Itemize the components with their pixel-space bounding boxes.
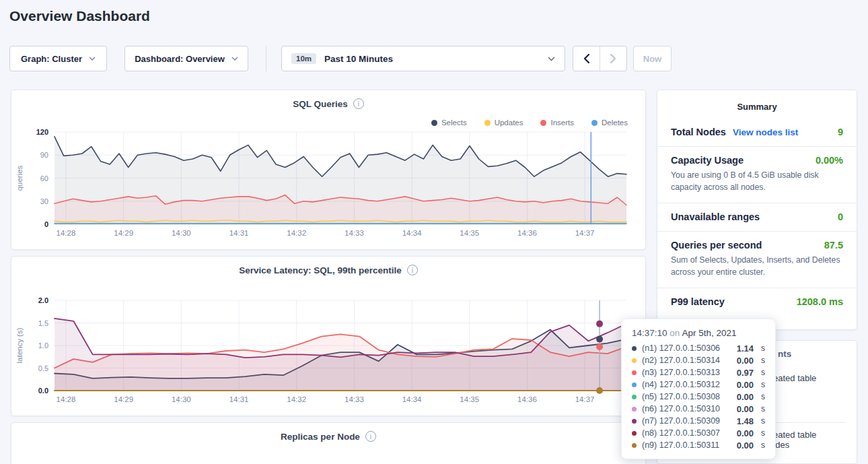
node-latency-unit: s [761, 416, 765, 426]
x-tick-label: 14:34 [402, 229, 422, 237]
node-address: (n1) 127.0.0.1:50306 [642, 343, 731, 353]
summary-row-capacity-usage: Capacity Usage 0.00% You are using 0 B o… [657, 147, 857, 203]
y-tick-label: 30 [40, 197, 48, 205]
qps-description: Sum of Selects, Updates, Inserts, and De… [671, 254, 843, 279]
x-tick-label: 14:28 [57, 229, 76, 237]
chevron-right-icon [610, 54, 616, 63]
replicas-title-row: Replicas per Node [11, 431, 645, 442]
node-color-dot [632, 431, 637, 436]
node-address: (n6) 127.0.0.1:50310 [642, 404, 731, 413]
node-address: (n7) 127.0.0.1:50309 [642, 416, 731, 426]
x-tick-label: 14:30 [172, 395, 191, 403]
graph-dropdown-label: Graph: Cluster [21, 54, 82, 64]
total-nodes-value: 9 [838, 127, 843, 137]
x-tick-label: 14:35 [460, 395, 479, 403]
summary-title: Summary [657, 90, 857, 119]
y-tick-label: 60 [40, 174, 48, 183]
event-text-fragment: eated table [773, 373, 816, 383]
node-latency-unit: s [761, 428, 765, 438]
now-button[interactable]: Now [633, 46, 672, 71]
node-color-dot [632, 407, 637, 411]
node-latency-value: 0.97 [737, 368, 754, 378]
tooltip-node-row: (n6) 127.0.0.1:503100.00s [632, 403, 765, 415]
x-tick-label: 14:37 [575, 229, 595, 237]
x-tick-label: 14:32 [287, 395, 306, 403]
node-latency-value: 0.00 [737, 392, 754, 402]
node-latency-unit: s [761, 392, 765, 401]
tooltip-node-row: (n1) 127.0.0.1:503061.14s [632, 342, 765, 354]
replicas-per-node-card: Replicas per Node [11, 422, 646, 464]
total-nodes-label: Total Nodes [671, 127, 726, 137]
node-address: (n2) 127.0.0.1:50314 [642, 356, 731, 365]
tooltip-node-row: (n3) 127.0.0.1:503130.97s [632, 366, 765, 378]
time-step-back-button[interactable] [573, 46, 600, 71]
tooltip-node-row: (n7) 127.0.0.1:503091.48s [632, 415, 765, 427]
time-step-forward-button[interactable] [600, 46, 626, 71]
info-icon[interactable] [365, 431, 376, 442]
time-step-button-group [573, 46, 627, 71]
capacity-usage-label: Capacity Usage [671, 155, 744, 166]
summary-panel: Summary Total Nodes View nodes list 9 Ca… [657, 90, 857, 330]
graph-dropdown[interactable]: Graph: Cluster [9, 46, 107, 71]
node-address: (n5) 127.0.0.1:50308 [642, 392, 731, 401]
node-latency-unit: s [761, 440, 765, 450]
hover-point [596, 336, 603, 343]
tooltip-timestamp: 14:37:10 on Apr 5th, 2021 [632, 328, 765, 338]
event-text-fragment: eated table [773, 430, 816, 440]
x-tick-label: 14:36 [517, 395, 537, 403]
view-nodes-list-link[interactable]: View nodes list [733, 127, 798, 137]
x-tick-label: 14:34 [402, 395, 422, 403]
page-title: Overview Dashboard [9, 8, 150, 24]
y-tick-label: 1.0 [38, 341, 48, 350]
y-tick-label: 0 [44, 220, 48, 228]
hover-point [596, 343, 603, 350]
x-tick-label: 14:29 [114, 395, 133, 403]
y-tick-label: 2.0 [38, 296, 48, 304]
chevron-down-icon [89, 57, 96, 61]
chevron-left-icon [583, 54, 589, 63]
tooltip-on: on [670, 328, 680, 338]
node-color-dot [632, 358, 637, 363]
x-tick-label: 14:32 [287, 229, 306, 237]
y-tick-label: 0.5 [38, 364, 48, 372]
x-tick-label: 14:31 [229, 229, 249, 237]
time-range-label: Past 10 Minutes [324, 54, 540, 64]
node-color-dot [632, 370, 637, 375]
node-latency-unit: s [761, 404, 765, 413]
node-color-dot [632, 346, 637, 351]
tooltip-node-row: (n2) 127.0.0.1:503140.00s [632, 354, 765, 366]
p99-latency-value: 1208.0 ms [797, 296, 843, 307]
tooltip-node-row: (n4) 127.0.0.1:503120.00s [632, 378, 765, 391]
tooltip-node-row: (n8) 127.0.0.1:503070.00s [632, 427, 765, 439]
x-tick-label: 14:35 [460, 229, 479, 237]
dashboard-dropdown[interactable]: Dashboard: Overview [124, 46, 248, 71]
chevron-down-icon [548, 57, 555, 61]
x-tick-label: 14:37 [575, 395, 595, 403]
overview-dashboard-page: Overview Dashboard Graph: Cluster Dashbo… [0, 0, 868, 464]
node-color-dot [632, 419, 637, 424]
sql-queries-card: SQL Queries SelectsUpdatesInsertsDeletes… [11, 90, 646, 250]
node-latency-value: 0.00 [737, 380, 754, 390]
node-latency-value: 1.48 [737, 416, 754, 426]
qps-label: Queries per second [671, 240, 762, 251]
node-latency-value: 1.14 [737, 343, 754, 354]
y-tick-label: 1.5 [38, 319, 48, 327]
service-latency-chart[interactable]: 14:2814:2914:3014:3114:3214:3314:3414:35… [11, 257, 645, 416]
x-tick-label: 14:30 [172, 229, 191, 237]
sql-queries-chart[interactable]: 14:2814:2914:3014:3114:3214:3314:3414:35… [11, 90, 645, 249]
summary-row-unavailable-ranges: Unavailable ranges 0 [657, 203, 857, 232]
node-address: (n9) 127.0.0.1:50311 [642, 440, 731, 450]
summary-row-total-nodes: Total Nodes View nodes list 9 [657, 119, 857, 147]
node-latency-value: 0.00 [737, 356, 754, 366]
x-tick-label: 14:29 [114, 229, 133, 237]
y-tick-label: 90 [40, 151, 48, 159]
x-tick-label: 14:36 [517, 229, 537, 237]
p99-latency-label: P99 latency [671, 296, 725, 307]
time-range-dropdown[interactable]: 10m Past 10 Minutes [281, 46, 565, 71]
service-latency-card: Service Latency: SQL, 99th percentile 14… [11, 256, 646, 416]
dashboard-dropdown-label: Dashboard: Overview [135, 54, 225, 64]
node-address: (n8) 127.0.0.1:50307 [642, 428, 731, 438]
tooltip-node-row: (n9) 127.0.0.1:503110.00s [632, 439, 765, 451]
node-color-dot [632, 443, 637, 448]
hover-point [596, 321, 603, 327]
